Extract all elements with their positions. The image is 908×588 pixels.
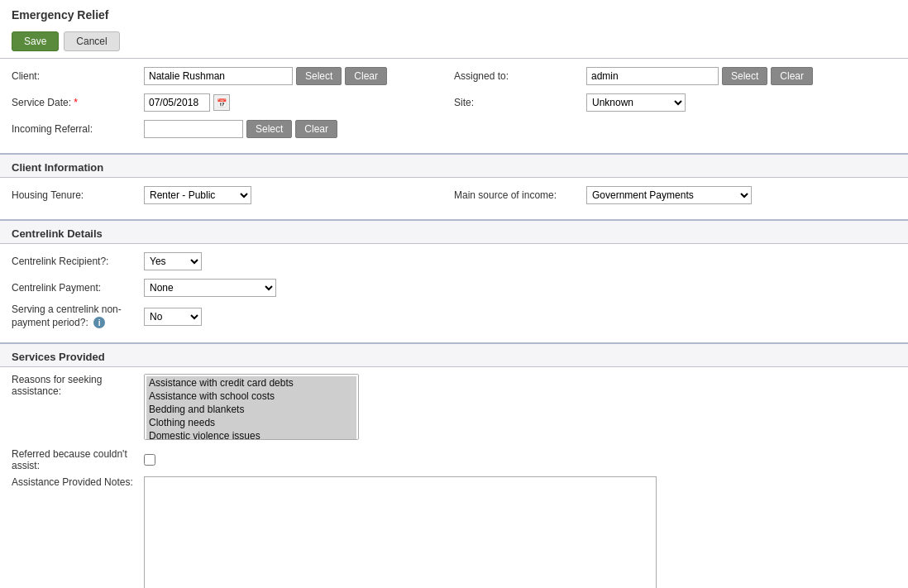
non-payment-row: Serving a centrelink non-payment period?… xyxy=(12,304,896,329)
centrelink-payment-select[interactable]: None Newstart Youth Allowance Disability xyxy=(144,279,276,297)
reasons-field: Assistance with credit card debts Assist… xyxy=(144,374,896,440)
assigned-select-button[interactable]: Select xyxy=(722,67,767,85)
right-client-col: Assigned to: Select Clear Site: Unknown … xyxy=(454,65,896,145)
housing-tenure-row: Housing Tenure: Renter - Public Owner Re… xyxy=(12,184,454,206)
referred-label: Referred because couldn't assist: xyxy=(12,448,144,471)
assigned-to-input[interactable] xyxy=(586,67,719,85)
service-date-field-value: 📅 xyxy=(144,93,454,112)
reasons-listbox[interactable]: Assistance with credit card debts Assist… xyxy=(144,374,359,440)
centrelink-recipient-select[interactable]: Yes No xyxy=(144,252,202,270)
save-button-top[interactable]: Save xyxy=(12,31,59,51)
service-date-row: Service Date: * 📅 xyxy=(12,92,454,113)
housing-tenure-label: Housing Tenure: xyxy=(12,189,144,201)
info-icon[interactable]: i xyxy=(93,317,105,328)
referral-clear-button[interactable]: Clear xyxy=(295,120,337,138)
main-income-label: Main source of income: xyxy=(454,189,586,201)
incoming-referral-field-value: Select Clear xyxy=(144,120,454,138)
services-provided-header: Services Provided xyxy=(0,342,908,366)
incoming-referral-row: Incoming Referral: Select Clear xyxy=(12,118,454,140)
assigned-to-field-value: Select Clear xyxy=(586,67,896,85)
notes-row: Assistance Provided Notes: xyxy=(12,476,896,588)
client-information-section: Housing Tenure: Renter - Public Owner Re… xyxy=(0,177,908,219)
non-payment-label: Serving a centrelink non-payment period?… xyxy=(12,304,144,329)
non-payment-select[interactable]: No Yes xyxy=(144,308,202,326)
centrelink-details-section: Centrelink Recipient?: Yes No Centrelink… xyxy=(0,243,908,342)
service-date-label: Service Date: * xyxy=(12,97,144,108)
cancel-button-top[interactable]: Cancel xyxy=(64,31,119,51)
client-clear-button[interactable]: Clear xyxy=(345,67,387,85)
main-income-field: Government Payments Employment None Othe… xyxy=(586,186,896,204)
client-field-value: Select Clear xyxy=(144,67,454,85)
site-field-value: Unknown Site A Site B xyxy=(586,93,896,112)
ci-left-col: Housing Tenure: Renter - Public Owner Re… xyxy=(12,184,454,211)
ci-right-col: Main source of income: Government Paymen… xyxy=(454,184,896,211)
assigned-to-row: Assigned to: Select Clear xyxy=(454,65,896,87)
reasons-label: Reasons for seeking assistance: xyxy=(12,374,144,397)
notes-label: Assistance Provided Notes: xyxy=(12,476,144,488)
site-row: Site: Unknown Site A Site B xyxy=(454,92,896,113)
client-select-button[interactable]: Select xyxy=(296,67,342,85)
referred-field xyxy=(144,454,896,466)
incoming-referral-label: Incoming Referral: xyxy=(12,123,144,135)
client-input[interactable] xyxy=(144,67,293,85)
main-income-select[interactable]: Government Payments Employment None Othe… xyxy=(586,186,752,204)
centrelink-recipient-label: Centrelink Recipient?: xyxy=(12,256,144,267)
page-title: Emergency Relief xyxy=(0,0,908,26)
centrelink-recipient-field: Yes No xyxy=(144,252,896,270)
calendar-icon[interactable]: 📅 xyxy=(213,94,230,111)
reasons-row: Reasons for seeking assistance: Assistan… xyxy=(12,374,896,440)
referred-row: Referred because couldn't assist: xyxy=(12,448,896,471)
centrelink-payment-label: Centrelink Payment: xyxy=(12,282,144,294)
housing-tenure-field: Renter - Public Owner Renter - Private O… xyxy=(144,186,454,204)
housing-tenure-select[interactable]: Renter - Public Owner Renter - Private O… xyxy=(144,186,251,204)
assigned-to-label: Assigned to: xyxy=(454,70,586,82)
client-label: Client: xyxy=(12,70,144,82)
assistance-notes-textarea[interactable] xyxy=(144,476,657,588)
non-payment-field: No Yes xyxy=(144,308,896,326)
client-information-header: Client Information xyxy=(0,153,908,177)
site-label: Site: xyxy=(454,97,586,108)
client-row: Client: Select Clear xyxy=(12,65,454,87)
centrelink-payment-field: None Newstart Youth Allowance Disability xyxy=(144,279,896,297)
main-income-row: Main source of income: Government Paymen… xyxy=(454,184,896,206)
service-date-input[interactable] xyxy=(144,93,210,112)
client-section: Client: Select Clear Service Date: * 📅 xyxy=(0,58,908,153)
centrelink-details-header: Centrelink Details xyxy=(0,219,908,243)
centrelink-recipient-row: Centrelink Recipient?: Yes No xyxy=(12,251,896,272)
top-toolbar: Save Cancel xyxy=(0,26,908,58)
site-select[interactable]: Unknown Site A Site B xyxy=(586,93,686,112)
services-provided-section: Reasons for seeking assistance: Assistan… xyxy=(0,366,908,588)
referred-checkbox[interactable] xyxy=(144,454,155,466)
left-client-col: Client: Select Clear Service Date: * 📅 xyxy=(12,65,454,145)
notes-field xyxy=(144,476,896,588)
referral-select-button[interactable]: Select xyxy=(246,120,292,138)
centrelink-payment-row: Centrelink Payment: None Newstart Youth … xyxy=(12,277,896,299)
incoming-referral-input[interactable] xyxy=(144,120,243,138)
assigned-clear-button[interactable]: Clear xyxy=(771,67,813,85)
